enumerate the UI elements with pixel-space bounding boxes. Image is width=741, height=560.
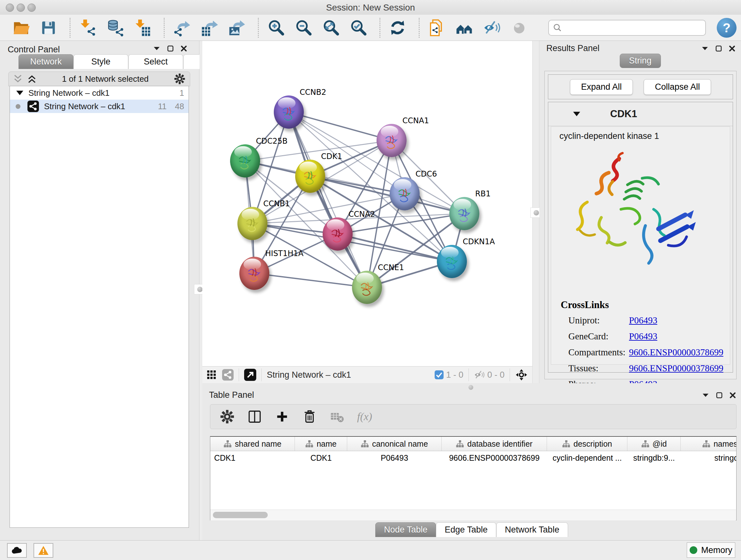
help-button[interactable]: ? <box>717 18 737 38</box>
collection-expander-icon[interactable] <box>16 91 23 95</box>
zoom-in-icon[interactable] <box>267 19 285 37</box>
column-header-shared-name[interactable]: shared name <box>210 437 295 451</box>
node-CDK1[interactable] <box>295 160 325 193</box>
tab-select[interactable]: Select <box>128 54 183 69</box>
node-CDC6[interactable] <box>390 177 420 210</box>
crosslink-link[interactable]: 9606.ENSP00000378699 <box>629 347 724 358</box>
import-table-file-icon[interactable] <box>134 19 151 37</box>
crosslink-link[interactable]: P06493 <box>629 315 657 326</box>
session-document-icon[interactable] <box>428 19 446 37</box>
expand-all-button[interactable]: Expand All <box>570 79 633 95</box>
export-table-icon[interactable] <box>200 19 218 37</box>
table-horizontal-scrollbar[interactable] <box>210 509 736 520</box>
tab-network-table[interactable]: Network Table <box>496 522 568 537</box>
tab-string[interactable]: String <box>620 54 661 68</box>
open-session-icon[interactable] <box>12 19 30 37</box>
float-panel-icon[interactable] <box>716 392 723 398</box>
column-header-description[interactable]: description <box>547 437 627 451</box>
protein-name: CDK1 <box>610 108 637 120</box>
delete-column-icon[interactable] <box>302 409 317 424</box>
string-home-icon[interactable] <box>455 19 473 37</box>
crosslink-link[interactable]: P06493 <box>629 331 657 341</box>
node-CCNB2[interactable] <box>274 96 304 129</box>
node-CDC25B[interactable] <box>230 144 260 178</box>
panel-menu-icon[interactable] <box>153 46 160 51</box>
network-options-gear-icon[interactable] <box>174 73 185 84</box>
cell-name[interactable]: CDK1 <box>295 453 347 462</box>
hidden-elements-icon[interactable] <box>474 369 485 380</box>
hide-graphics-details-icon[interactable] <box>483 19 501 37</box>
column-header-id[interactable]: @id <box>627 437 681 451</box>
collapse-all-icon[interactable] <box>13 74 23 84</box>
export-image-icon[interactable] <box>228 19 246 37</box>
tab-style[interactable]: Style <box>73 54 128 69</box>
edge-CCNB2-CCNE1[interactable] <box>289 112 367 287</box>
birdseye-grid-icon[interactable] <box>207 370 216 380</box>
crosslink-link[interactable]: 9606.ENSP00000378699 <box>629 363 724 374</box>
cloud-status-button[interactable] <box>7 543 27 558</box>
node-CCNE1[interactable] <box>352 271 382 304</box>
zoom-out-icon[interactable] <box>294 19 313 37</box>
node-CCNA1[interactable] <box>377 124 407 157</box>
warnings-button[interactable] <box>33 543 53 558</box>
export-network-icon[interactable] <box>173 19 191 37</box>
column-header-canonical-name[interactable]: canonical name <box>347 437 442 451</box>
float-panel-icon[interactable] <box>167 45 174 52</box>
column-header-name[interactable]: name <box>295 437 347 451</box>
network-row[interactable]: String Network – cdk1 11 48 <box>10 100 189 113</box>
network-collection-row[interactable]: String Network – cdk1 1 <box>10 86 189 100</box>
horizontal-splitter-handle[interactable] <box>468 385 473 390</box>
crosslink-label: Compartments: <box>568 347 629 358</box>
float-panel-icon[interactable] <box>716 45 722 52</box>
node-CCNA2[interactable] <box>323 217 353 251</box>
open-in-new-window-icon[interactable] <box>244 369 256 381</box>
close-panel-icon[interactable] <box>729 45 735 52</box>
node-CCNB1[interactable] <box>238 207 267 240</box>
save-session-icon[interactable] <box>40 19 57 37</box>
edge-CCNA2-CDKN1A[interactable] <box>338 234 452 261</box>
table-options-gear-icon[interactable] <box>220 409 234 424</box>
expand-all-icon[interactable] <box>27 74 37 84</box>
tab-network[interactable]: Network <box>18 54 73 69</box>
node-table[interactable]: shared namenamecanonical namedatabase id… <box>210 436 737 520</box>
tab-node-table[interactable]: Node Table <box>375 522 436 537</box>
import-network-file-icon[interactable] <box>79 19 97 37</box>
protein-header[interactable]: CDK1 <box>548 102 733 126</box>
cell-description[interactable]: cyclin-dependent ... <box>547 453 627 462</box>
cell-id[interactable]: stringdb:9... <box>627 453 681 462</box>
cell-database-identifier[interactable]: 9606.ENSP00000378699 <box>442 453 547 462</box>
apply-layout-icon[interactable] <box>389 19 407 37</box>
network-edges <box>202 41 532 366</box>
zoom-selected-icon[interactable] <box>349 19 367 37</box>
tab-edge-table[interactable]: Edge Table <box>436 522 496 537</box>
search-input[interactable] <box>562 23 697 33</box>
search-box[interactable] <box>548 20 706 36</box>
scrollbar-thumb[interactable] <box>213 512 268 518</box>
close-panel-icon[interactable] <box>730 392 736 398</box>
selected-nodes-checkbox-icon[interactable] <box>434 370 444 379</box>
protein-ribbon-thumbnail <box>299 167 321 189</box>
collapse-all-button[interactable]: Collapse All <box>644 79 711 95</box>
fit-content-crosshair-icon[interactable] <box>515 368 528 381</box>
close-panel-icon[interactable] <box>181 45 187 52</box>
cell-canonical-name[interactable]: P06493 <box>347 453 442 462</box>
import-network-database-icon[interactable] <box>106 19 124 37</box>
column-header-namespace[interactable]: namespace <box>681 437 737 451</box>
node-HIST1H1A[interactable] <box>239 257 269 290</box>
table-row[interactable]: CDK1CDK1P064939606.ENSP00000378699cyclin… <box>210 451 736 464</box>
node-CDKN1A[interactable] <box>437 245 467 278</box>
network-canvas[interactable]: CCNB2CCNA1CDC25BCDK1CDC6RB1CCNB1CCNA2CDK… <box>202 41 532 366</box>
protein-expander-icon[interactable] <box>573 112 580 116</box>
column-header-database-identifier[interactable]: database identifier <box>442 437 547 451</box>
cell-namespace[interactable]: stringdb <box>681 453 737 462</box>
panel-menu-icon[interactable] <box>702 393 709 397</box>
zoom-fit-icon[interactable] <box>322 19 340 37</box>
cell-shared-name[interactable]: CDK1 <box>210 453 295 462</box>
add-column-icon[interactable] <box>275 409 289 424</box>
column-visibility-icon[interactable] <box>247 409 262 424</box>
panel-menu-icon[interactable] <box>701 46 709 51</box>
edge-HIST1H1A-CCNE1[interactable] <box>254 273 367 287</box>
memory-button[interactable]: Memory <box>687 543 735 558</box>
toolbar-separator <box>380 18 381 38</box>
node-RB1[interactable] <box>449 197 479 230</box>
